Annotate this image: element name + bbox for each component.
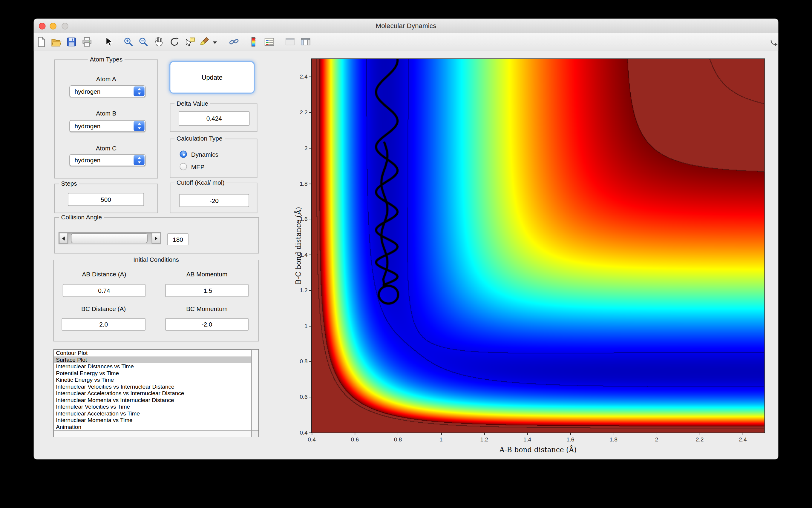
y-tick-label: 2 bbox=[304, 145, 308, 151]
show-plot-tools-icon[interactable] bbox=[300, 36, 311, 47]
y-tick-label: 2.2 bbox=[300, 109, 308, 116]
x-tick-label: 2.4 bbox=[739, 436, 747, 442]
ab-momentum-field[interactable]: -1.5 bbox=[165, 284, 248, 297]
x-tick-mark bbox=[570, 432, 571, 435]
x-tick-label: 1.2 bbox=[480, 436, 488, 442]
screen: Molecular Dynamics bbox=[0, 0, 812, 508]
slider-right-arrow[interactable] bbox=[152, 233, 160, 244]
list-item[interactable]: Internuclear Accelerations vs Internucle… bbox=[54, 390, 251, 397]
data-cursor-icon[interactable] bbox=[184, 36, 196, 47]
listbox-scrollbar-corner bbox=[251, 430, 259, 437]
x-tick-label: 2 bbox=[655, 436, 658, 442]
edit-plot-icon[interactable] bbox=[103, 36, 114, 47]
ab-distance-field[interactable]: 0.74 bbox=[63, 284, 146, 297]
insert-legend-icon[interactable] bbox=[264, 36, 275, 47]
open-file-icon[interactable] bbox=[50, 36, 62, 47]
brush-dropdown-caret[interactable] bbox=[213, 41, 217, 44]
listbox-vertical-scrollbar[interactable] bbox=[251, 350, 259, 430]
list-item[interactable]: Contour Plot bbox=[54, 350, 251, 357]
dropdown-stepper-icon[interactable] bbox=[133, 121, 144, 131]
listbox-horizontal-scrollbar[interactable] bbox=[54, 430, 251, 437]
ab-momentum-label: AB Momentum bbox=[165, 271, 248, 278]
slider-left-arrow[interactable] bbox=[59, 233, 68, 244]
atom-c-value: hydrogen bbox=[75, 155, 101, 165]
collision-angle-slider[interactable] bbox=[59, 232, 161, 244]
x-tick-label: 1 bbox=[439, 436, 443, 442]
y-tick-mark bbox=[309, 148, 312, 149]
new-figure-icon[interactable] bbox=[36, 36, 47, 47]
slider-thumb[interactable] bbox=[71, 234, 148, 243]
save-figure-icon[interactable] bbox=[66, 36, 77, 47]
x-tick-label: 1.8 bbox=[610, 436, 618, 442]
zoom-out-icon[interactable] bbox=[138, 36, 149, 47]
dynamics-radio-label: Dynamics bbox=[191, 151, 219, 158]
y-tick-mark bbox=[309, 326, 312, 327]
atom-c-dropdown[interactable]: hydrogen bbox=[69, 154, 146, 166]
delta-value-field[interactable]: 0.424 bbox=[179, 111, 249, 126]
hide-plot-tools-icon[interactable] bbox=[284, 36, 296, 47]
y-tick-mark bbox=[309, 77, 312, 77]
list-item[interactable]: Internuclear Velocities vs Internuclear … bbox=[54, 383, 251, 390]
list-item[interactable]: Internuclear Acceleration vs Time bbox=[54, 411, 251, 417]
bc-distance-field[interactable]: 2.0 bbox=[62, 318, 146, 331]
plot-type-listbox: Contour PlotSurface PlotInternuclear Dis… bbox=[53, 349, 259, 437]
mep-radio[interactable] bbox=[180, 163, 187, 170]
bc-momentum-label: BC Momentum bbox=[165, 305, 248, 312]
x-tick-mark bbox=[441, 432, 441, 435]
rotate-3d-icon[interactable] bbox=[169, 36, 180, 47]
y-tick-mark bbox=[309, 112, 312, 113]
x-tick-mark bbox=[355, 432, 355, 435]
x-tick-mark bbox=[657, 432, 657, 435]
atom-b-label: Atom B bbox=[55, 110, 157, 117]
y-tick-label: 1.2 bbox=[300, 287, 308, 293]
atom-b-dropdown[interactable]: hydrogen bbox=[69, 120, 146, 132]
brush-icon[interactable] bbox=[199, 36, 210, 47]
slider-track[interactable] bbox=[68, 233, 152, 244]
pes-canvas[interactable] bbox=[312, 59, 765, 433]
list-item[interactable]: Internuclear Momenta vs Internuclear Dis… bbox=[54, 397, 251, 404]
list-item[interactable]: Internulear Velocities vs Time bbox=[54, 404, 251, 411]
bc-distance-label: BC Distance (A) bbox=[62, 305, 146, 312]
list-item[interactable]: Kinetic Energy vs Time bbox=[54, 377, 251, 384]
atom-types-panel: Atom Types Atom A hydrogen Atom B hydrog… bbox=[54, 59, 158, 178]
x-tick-mark bbox=[614, 432, 614, 435]
update-button[interactable]: Update bbox=[169, 61, 255, 94]
calculation-type-panel: Calculation Type Dynamics MEP bbox=[170, 139, 258, 178]
collision-angle-field[interactable]: 180 bbox=[167, 234, 189, 245]
y-tick-label: 1.6 bbox=[300, 216, 308, 222]
y-tick-mark bbox=[309, 397, 312, 397]
y-tick-label: 2.4 bbox=[300, 74, 308, 80]
dynamics-radio[interactable] bbox=[180, 151, 187, 158]
list-item[interactable]: Potential Energy vs Time bbox=[54, 370, 251, 377]
collision-angle-panel: Collision Angle 180 bbox=[54, 217, 259, 253]
list-item[interactable]: Internuclear Distances vs Time bbox=[54, 363, 251, 370]
print-figure-icon[interactable] bbox=[81, 36, 92, 47]
list-item[interactable]: Surface Plot bbox=[54, 356, 251, 363]
steps-field[interactable]: 500 bbox=[68, 193, 144, 206]
atom-types-title: Atom Types bbox=[88, 56, 125, 64]
list-item[interactable]: Internuclear Momenta vs Time bbox=[54, 417, 251, 424]
x-tick-mark bbox=[700, 432, 700, 435]
insert-colorbar-icon[interactable] bbox=[248, 36, 259, 47]
y-tick-label: 0.4 bbox=[300, 429, 308, 436]
y-tick-mark bbox=[309, 219, 312, 220]
x-tick-label: 0.8 bbox=[394, 436, 402, 442]
atom-c-label: Atom C bbox=[55, 145, 157, 152]
cutoff-panel: Cutoff (Kcal/ mol) -20 bbox=[170, 183, 258, 213]
zoom-in-icon[interactable] bbox=[123, 36, 134, 47]
y-tick-mark bbox=[309, 362, 312, 362]
pan-icon[interactable] bbox=[153, 36, 165, 47]
dropdown-stepper-icon[interactable] bbox=[133, 155, 144, 165]
list-item[interactable]: Animation bbox=[54, 424, 251, 431]
atom-a-dropdown[interactable]: hydrogen bbox=[69, 85, 146, 97]
bc-momentum-field[interactable]: -2.0 bbox=[165, 318, 248, 331]
x-tick-mark bbox=[527, 432, 528, 435]
link-plot-icon[interactable] bbox=[228, 36, 240, 47]
dropdown-stepper-icon[interactable] bbox=[133, 86, 144, 96]
y-tick-mark bbox=[309, 183, 312, 184]
atom-a-value: hydrogen bbox=[75, 86, 101, 97]
dock-figure-icon[interactable] bbox=[768, 36, 778, 47]
x-tick-mark bbox=[312, 432, 312, 435]
cutoff-field[interactable]: -20 bbox=[179, 194, 249, 207]
calculation-type-title: Calculation Type bbox=[175, 135, 224, 143]
